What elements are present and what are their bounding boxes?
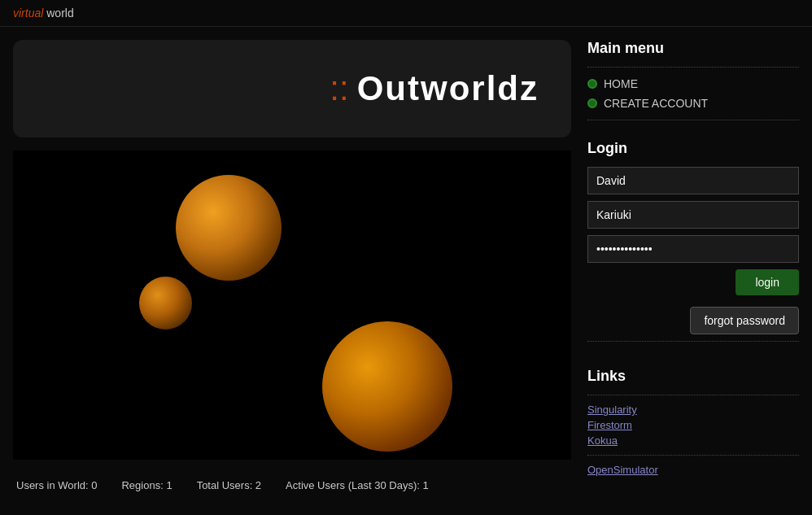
planet-medium [139,277,192,330]
home-arrow-icon [587,79,597,89]
link-kokua[interactable]: Kokua [587,433,799,448]
login-title: Login [587,140,799,157]
password-input[interactable] [587,235,799,263]
links-divider-top [587,395,799,395]
links-divider-middle [587,455,799,456]
header-banner: :: Outworldz [13,40,571,137]
create-account-arrow-icon [587,98,597,108]
link-firestorm[interactable]: Firestorm [587,417,799,433]
links-section: Links Singularity Firestorm Kokua OpenSi… [587,368,799,478]
right-sidebar: Main menu HOME CREATE ACCOUNT Login logi… [587,40,799,498]
links-title: Links [587,368,799,385]
site-title: Outworldz [357,69,539,108]
top-bar: virtual world [0,0,812,27]
left-content: :: Outworldz Users in World: 0 Regions: … [13,40,571,498]
menu-item-create-account[interactable]: CREATE ACCOUNT [587,94,799,113]
link-singularity[interactable]: Singularity [587,402,799,417]
main-menu-section: Main menu HOME CREATE ACCOUNT [587,40,799,127]
stats-bar: Users in World: 0 Regions: 1 Total Users… [13,473,571,498]
brand-world: world [43,7,73,20]
total-users-stat: Total Users: 2 [197,479,261,491]
active-users-stat: Active Users (Last 30 Days): 1 [286,479,429,491]
menu-item-home[interactable]: HOME [587,74,799,94]
regions-stat: Regions: 1 [121,479,172,491]
planet-large [176,175,282,281]
title-dots: :: [330,69,348,108]
first-name-input[interactable] [587,167,799,194]
login-section: Login login forgot password [587,140,799,348]
forgot-password-button[interactable]: forgot password [690,307,799,334]
menu-divider-top [587,67,799,68]
link-opensimulator[interactable]: OpenSimulator [587,462,799,478]
planet-scene [13,151,571,460]
menu-divider-bottom [587,120,799,120]
main-menu-title: Main menu [587,40,799,57]
menu-create-account-label: CREATE ACCOUNT [604,97,708,110]
brand-virtual: virtual [13,7,43,20]
users-in-world-stat: Users in World: 0 [16,479,97,491]
login-divider-bottom [587,341,799,342]
main-layout: :: Outworldz Users in World: 0 Regions: … [0,27,812,511]
login-button[interactable]: login [736,269,799,295]
last-name-input[interactable] [587,201,799,229]
menu-home-label: HOME [604,77,638,90]
planet-large2 [322,321,452,452]
